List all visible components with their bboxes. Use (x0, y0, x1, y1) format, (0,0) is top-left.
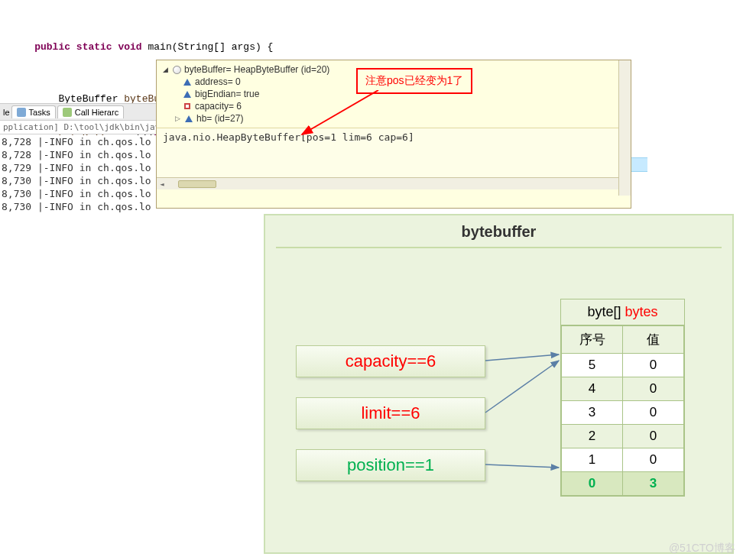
tree-label: capacity= 6 (195, 101, 242, 112)
tree-label: address= 0 (195, 76, 241, 87)
tab-call-hierarchy[interactable]: Call Hierarc (57, 105, 124, 118)
method-name: main (148, 41, 172, 53)
bytes-table-grid: 序号 值 50 40 30 20 10 03 (561, 325, 684, 496)
field-icon (184, 114, 193, 123)
tab-fragment: le (3, 108, 10, 117)
hdr-text-a: byte[] (587, 304, 625, 319)
scroll-thumb[interactable] (178, 180, 216, 188)
table-row: 40 (562, 377, 684, 401)
log-line: 8,728 |-INFO in ch.qos.lo (2, 148, 168, 161)
tree-label: hb= (id=27) (196, 113, 243, 124)
connector-arrows (485, 330, 562, 483)
method-params: (String[] args) { (172, 41, 274, 53)
svg-line-3 (485, 465, 559, 468)
col-index: 序号 (562, 326, 623, 354)
bytebuffer-diagram: bytebuffer capacity==6 limit==6 position… (264, 214, 734, 554)
position-box: position==1 (296, 449, 485, 481)
tree-label: bigEndian= true (195, 89, 259, 99)
kw-static: static (76, 41, 112, 53)
kw-void: void (118, 41, 141, 53)
call-hierarchy-icon (63, 108, 72, 117)
table-row: 10 (562, 448, 684, 472)
diagram-title: bytebuffer (265, 223, 732, 241)
table-row: 50 (562, 354, 684, 377)
svg-line-2 (485, 361, 559, 413)
tabs-panel: le Tasks Call Hierarc pplication] D:\too… (0, 103, 161, 134)
hdr-text-b: bytes (625, 304, 658, 319)
bytes-table-header: byte[] bytes (561, 299, 684, 325)
expand-icon[interactable]: ◢ (161, 66, 169, 73)
log-line: 8,730 |-INFO in ch.qos.lo (2, 200, 168, 213)
log-line: 8,730 |-INFO in ch.qos.lo (2, 174, 168, 187)
horizontal-scrollbar[interactable]: ◄ ► (157, 177, 631, 189)
log-line: 8,729 |-INFO in ch.qos.lo (2, 161, 168, 174)
vertical-scrollbar[interactable] (618, 60, 631, 196)
expand-icon[interactable]: ▷ (174, 115, 181, 122)
log-line: 8,730 |-INFO in ch.qos.lo (2, 187, 168, 200)
variable-icon (172, 65, 181, 74)
scroll-left-icon[interactable]: ◄ (157, 180, 167, 188)
tab-label: Call Hierarc (75, 108, 118, 117)
capacity-label: capacity==6 (346, 351, 436, 371)
field-icon (183, 102, 192, 111)
position-label: position==1 (347, 455, 434, 475)
annotation-callout: 注意pos已经变为1了 (356, 68, 472, 94)
tasks-icon (17, 108, 26, 117)
svg-line-0 (302, 90, 378, 134)
run-config-status: pplication] D:\tool\jdk\bin\javaw.e (0, 121, 161, 134)
limit-label: limit==6 (361, 403, 420, 423)
tab-label: Tasks (29, 108, 50, 117)
kw-public: public (34, 41, 70, 53)
bytes-table: byte[] bytes 序号 值 50 40 30 20 10 03 (560, 299, 685, 497)
limit-box: limit==6 (296, 397, 485, 429)
field-icon (183, 89, 192, 99)
svg-line-1 (485, 354, 559, 361)
debug-output: java.nio.HeapByteBuffer[pos=1 lim=6 cap=… (157, 128, 631, 189)
tabs-row: le Tasks Call Hierarc (0, 104, 161, 121)
col-value: 值 (623, 326, 684, 354)
tree-row[interactable]: ▷ hb= (id=27) (161, 112, 626, 125)
tree-label: byteBuffer= HeapByteBuffer (id=20) (184, 64, 329, 75)
divider (276, 247, 722, 248)
table-row-active: 03 (562, 472, 684, 496)
table-header-row: 序号 值 (562, 326, 684, 354)
log-line: 8,728 |-INFO in ch.qos.lo (2, 135, 168, 148)
capacity-box: capacity==6 (296, 345, 485, 377)
tab-tasks[interactable]: Tasks (11, 105, 56, 118)
annotation-arrow (298, 90, 382, 136)
field-icon (183, 77, 192, 86)
tree-row[interactable]: capacity= 6 (161, 100, 626, 112)
watermark: @51CTO博客 (669, 542, 735, 555)
table-row: 20 (562, 425, 684, 448)
log-output[interactable]: 8,728 |-INFO in ch.qos.lo 8,728 |-INFO i… (0, 135, 168, 213)
table-row: 30 (562, 401, 684, 425)
